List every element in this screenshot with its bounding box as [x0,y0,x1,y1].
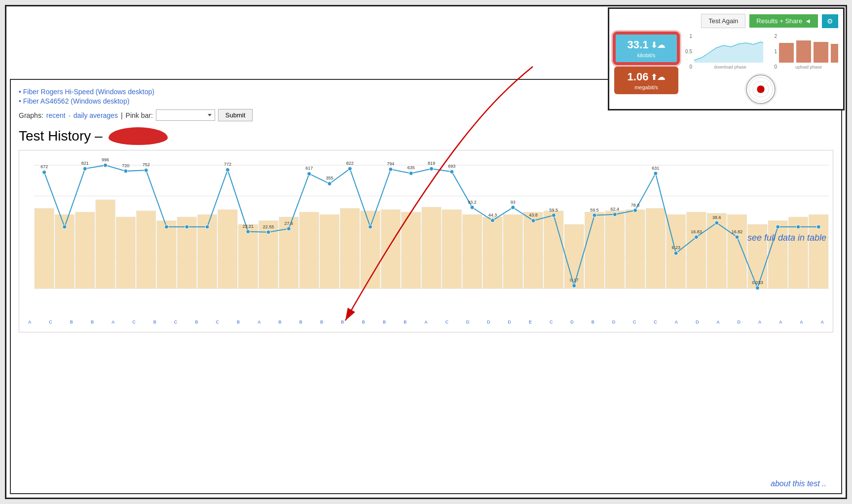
svg-rect-14 [35,209,54,289]
download-cloud-icon: ⬇☁ [651,40,665,50]
svg-text:822: 822 [346,161,354,166]
svg-point-89 [776,225,780,229]
svg-point-78 [552,214,556,217]
svg-text:27.6: 27.6 [285,221,294,226]
settings-button[interactable]: ⚙ [822,14,838,28]
svg-point-6 [749,77,773,101]
speed-row: 33.1 ⬇☁ kilobit/s 1.06 ⬆☁ megabit/s 1 0.… [614,33,838,104]
upload-phase-label: upload phase [779,65,838,70]
svg-rect-3 [814,42,828,63]
panel-header: Test Again Results + Share ◄ ⚙ [614,14,838,28]
recent-link[interactable]: recent [46,111,66,119]
svg-text:355: 355 [326,176,333,180]
ping-area [683,74,838,104]
svg-rect-19 [137,211,156,289]
svg-point-56 [104,163,108,167]
test-again-button[interactable]: Test Again [701,14,745,28]
pink-bar-label: Pink bar: [126,111,153,119]
svg-rect-27 [299,212,319,288]
svg-rect-46 [687,212,706,288]
svg-rect-16 [75,212,95,288]
daily-averages-link[interactable]: daily averages [74,111,118,119]
pink-bar-select[interactable] [156,109,215,121]
svg-rect-43 [626,210,645,288]
test-history-title: Test History – [19,127,833,145]
upload-value: 1.06 [628,71,649,83]
svg-rect-34 [442,210,461,288]
red-cloud-annotation [109,127,168,145]
pipe-separator: | [121,111,123,119]
svg-point-77 [531,218,535,222]
chart-container: 67282199672075277223.2122.5527.661735582… [19,150,833,332]
svg-point-75 [490,218,494,222]
chart-y0: 0 [683,64,692,70]
svg-text:44.3: 44.3 [488,213,497,217]
svg-rect-33 [422,207,441,288]
download-speed-box: 33.1 ⬇☁ kilobit/s [614,33,678,64]
svg-point-64 [266,230,270,234]
svg-text:93.2: 93.2 [468,200,477,205]
chart-xaxis: ACBBACBCBCBABBBBBBBACDDDECDBDCCADADAAAA [19,312,833,332]
svg-text:752: 752 [143,162,150,167]
svg-text:38.6: 38.6 [712,215,721,220]
svg-point-61 [205,225,209,229]
svg-point-53 [42,170,46,174]
svg-text:16.83: 16.83 [691,229,702,234]
upload-mini-chart [779,33,838,63]
about-test-link[interactable]: about this test .. [771,479,826,488]
svg-point-70 [389,167,393,171]
ping-rings-svg [743,72,778,107]
svg-rect-28 [320,215,339,288]
main-chart-svg: 67282199672075277223.2122.5527.661735582… [19,150,833,293]
svg-text:617: 617 [305,166,313,171]
svg-marker-0 [694,42,763,63]
svg-rect-20 [157,221,176,289]
results-panel: Test Again Results + Share ◄ ⚙ 33.1 ⬇☁ k… [608,7,845,110]
ping-circle [746,74,776,104]
svg-rect-4 [831,44,838,63]
svg-text:93: 93 [511,200,516,205]
chart-y2: 2 [768,34,777,39]
svg-point-67 [328,181,332,185]
svg-rect-18 [116,217,135,288]
svg-point-87 [735,235,739,239]
svg-text:0.17: 0.17 [570,278,579,283]
svg-point-57 [124,169,128,173]
svg-rect-23 [218,210,237,288]
svg-point-8 [757,85,765,93]
download-unit: kilobit/s [624,52,669,58]
svg-text:6.23: 6.23 [671,245,680,250]
svg-rect-29 [340,209,360,289]
svg-rect-44 [646,209,665,289]
svg-text:78.6: 78.6 [631,203,640,208]
svg-rect-42 [605,211,625,289]
svg-text:23.21: 23.21 [242,224,254,229]
svg-text:43.8: 43.8 [529,213,538,217]
share-icon: ◄ [805,17,811,25]
svg-point-83 [654,172,658,176]
svg-point-5 [745,73,777,105]
graphs-label: Graphs: [19,111,43,119]
svg-text:819: 819 [428,161,435,166]
svg-point-68 [348,167,352,171]
svg-text:635: 635 [407,165,415,170]
chart-y05: 0.5 [683,49,692,54]
svg-text:693: 693 [448,164,455,169]
svg-point-62 [225,168,229,172]
svg-point-85 [695,235,699,239]
speed-boxes: 33.1 ⬇☁ kilobit/s 1.06 ⬆☁ megabit/s [614,33,678,94]
svg-point-74 [470,206,474,210]
svg-text:59.5: 59.5 [550,208,558,213]
svg-point-73 [450,170,454,174]
svg-point-81 [613,213,617,216]
svg-text:772: 772 [224,162,231,167]
svg-rect-35 [462,215,482,288]
svg-text:59.5: 59.5 [590,208,599,213]
svg-point-76 [511,206,515,210]
submit-button[interactable]: Submit [218,109,253,121]
svg-text:720: 720 [122,163,129,168]
svg-point-7 [753,81,769,97]
svg-text:22.55: 22.55 [263,224,274,229]
results-share-button[interactable]: Results + Share ◄ [749,14,818,28]
svg-text:821: 821 [81,161,89,166]
